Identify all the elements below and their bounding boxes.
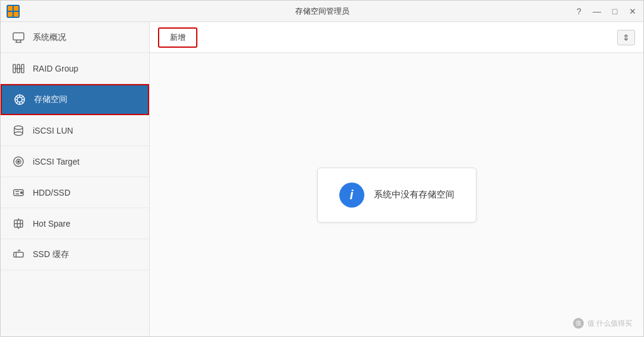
minimize-button[interactable]: — [592, 7, 602, 16]
svg-rect-1 [8, 6, 13, 11]
toolbar: 新增 ⇕ [150, 22, 643, 53]
iscsi-lun-icon [11, 123, 26, 138]
sidebar-item-ssd-cache[interactable]: SSD 缓存 [1, 239, 149, 270]
sidebar-item-raid-group[interactable]: RAID Group [1, 53, 149, 84]
sidebar-label-storage-space: 存储空间 [34, 94, 67, 105]
sidebar-label-system-overview: 系统概况 [33, 32, 66, 43]
toolbar-right: ⇕ [617, 30, 635, 45]
sidebar: 系统概况 RAID Group [1, 22, 150, 336]
svg-line-20 [21, 101, 23, 103]
window-title: 存储空间管理员 [295, 6, 349, 17]
svg-rect-2 [14, 6, 18, 11]
sidebar-item-iscsi-lun[interactable]: iSCSI LUN [1, 115, 149, 146]
watermark-icon: 值 [573, 318, 584, 329]
svg-line-21 [21, 96, 23, 98]
sidebar-label-iscsi-lun: iSCSI LUN [33, 126, 73, 135]
svg-rect-3 [8, 12, 13, 17]
sidebar-label-ssd-cache: SSD 缓存 [33, 249, 69, 260]
svg-point-23 [14, 126, 23, 129]
ssd-cache-icon [11, 248, 26, 262]
sidebar-label-hot-spare: Hot Spare [33, 219, 70, 228]
hdd-icon [11, 185, 26, 200]
content-area: 新增 ⇕ i 系统中没有存储空间 [150, 22, 643, 336]
main-layout: 系统概况 RAID Group [1, 22, 643, 336]
sidebar-item-hot-spare[interactable]: Hot Spare [1, 208, 149, 239]
sidebar-item-storage-space[interactable]: 存储空间 [1, 84, 149, 115]
maximize-button[interactable]: □ [610, 7, 620, 16]
iscsi-target-icon [11, 154, 26, 169]
sidebar-label-iscsi-target: iSCSI Target [33, 157, 79, 166]
svg-rect-40 [14, 252, 23, 257]
svg-point-26 [14, 132, 23, 135]
svg-point-29 [18, 160, 20, 162]
main-window: 存储空间管理员 ? — □ ✕ 系统概况 [0, 0, 644, 337]
svg-point-31 [21, 191, 23, 193]
empty-message: 系统中没有存储空间 [374, 189, 454, 200]
help-button[interactable]: ? [574, 7, 584, 16]
sidebar-item-iscsi-target[interactable]: iSCSI Target [1, 146, 149, 177]
close-button[interactable]: ✕ [628, 7, 637, 16]
empty-info-box: i 系统中没有存储空间 [317, 168, 476, 222]
monitor-icon [11, 30, 26, 45]
content-body: i 系统中没有存储空间 [150, 53, 643, 336]
sidebar-item-hdd-ssd[interactable]: HDD/SSD [1, 177, 149, 208]
sort-button[interactable]: ⇕ [617, 30, 635, 45]
sidebar-label-raid-group: RAID Group [33, 64, 78, 73]
svg-line-22 [16, 101, 18, 103]
add-button[interactable]: 新增 [158, 27, 197, 48]
watermark-text: 值 什么值得买 [587, 319, 632, 329]
sidebar-item-system-overview[interactable]: 系统概况 [1, 22, 149, 53]
hot-spare-icon [11, 217, 26, 231]
svg-rect-4 [14, 12, 18, 17]
storage-icon [13, 92, 27, 107]
title-bar-left [7, 5, 20, 18]
window-controls: ? — □ ✕ [574, 7, 637, 16]
raid-icon [11, 61, 26, 76]
toolbar-left: 新增 [158, 27, 197, 48]
title-bar: 存储空间管理员 ? — □ ✕ [1, 1, 643, 22]
info-icon: i [339, 183, 364, 208]
svg-rect-5 [13, 33, 24, 40]
svg-line-19 [16, 96, 18, 98]
watermark: 值 值 什么值得买 [573, 318, 632, 329]
app-icon [7, 5, 20, 18]
sidebar-label-hdd-ssd: HDD/SSD [33, 188, 70, 197]
